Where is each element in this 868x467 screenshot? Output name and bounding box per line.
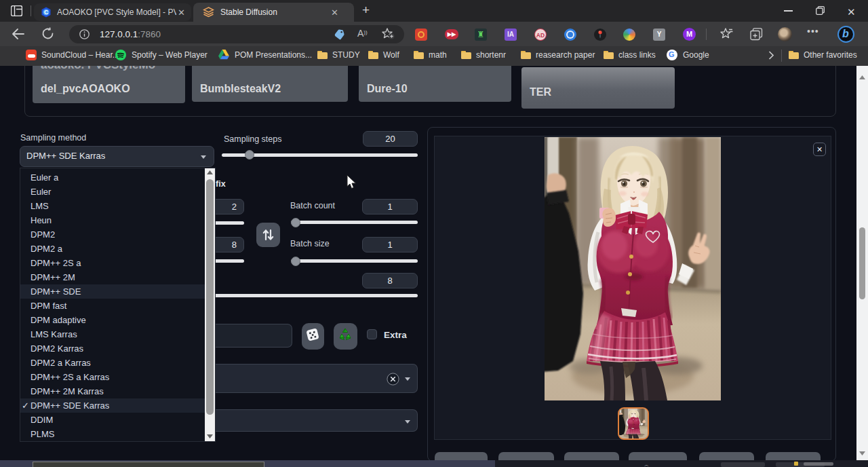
svg-text:C: C [44,9,48,16]
